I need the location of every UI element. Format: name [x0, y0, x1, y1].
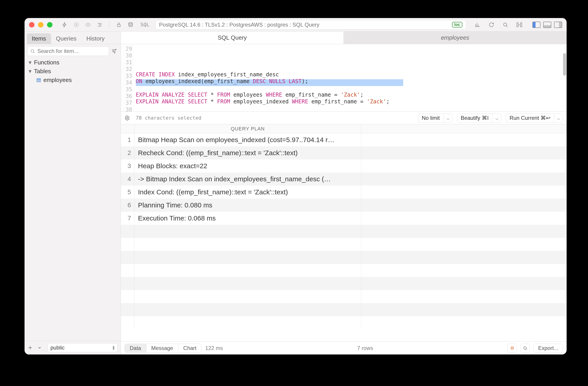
indent-icon[interactable]: [96, 21, 104, 29]
bolt-icon[interactable]: [61, 21, 69, 29]
run-dropdown[interactable]: ⌵: [554, 113, 563, 123]
sidebar-tab-history[interactable]: History: [82, 33, 110, 44]
table-row[interactable]: 3 Heap Blocks: exact=22: [121, 159, 567, 172]
run-button[interactable]: Run Current ⌘↩: [506, 113, 554, 123]
editor-code[interactable]: CREATE INDEX index_employees_first_name_…: [134, 44, 567, 111]
pin-button[interactable]: [507, 344, 517, 353]
minimize-window-button[interactable]: [38, 22, 43, 27]
table-row: [121, 225, 567, 238]
table-row[interactable]: 1Bitmap Heap Scan on employees_indexed (…: [121, 133, 567, 146]
beautify-label: Beautify ⌘I: [461, 115, 489, 121]
lock-icon[interactable]: [115, 21, 123, 29]
app-window: SQL PostgreSQL 14.6 : TLSv1.2 : Postgres…: [24, 18, 567, 354]
results-column-header[interactable]: QUERY PLAN: [134, 124, 361, 133]
svg-point-3: [129, 22, 132, 24]
results-search-button[interactable]: [521, 344, 530, 353]
schema-value: public: [50, 344, 65, 351]
tree-label: employees: [43, 77, 72, 84]
svg-rect-11: [37, 78, 41, 82]
table-row[interactable]: 5 Index Cond: ((emp_first_name)::text = …: [121, 186, 567, 199]
filter-icon[interactable]: [111, 48, 118, 54]
editor-footer: 78 characters selected No limit ⌵ Beauti…: [121, 112, 567, 124]
search-icon: [30, 49, 35, 54]
panel-right-toggle[interactable]: [554, 21, 562, 28]
search-icon[interactable]: [501, 21, 509, 29]
table-icon: [36, 78, 41, 83]
export-button[interactable]: Export...: [533, 344, 563, 353]
sidebar-search-input[interactable]: [37, 48, 106, 54]
table-row[interactable]: 2 Recheck Cond: ((emp_first_name)::text …: [121, 146, 567, 159]
svg-point-7: [31, 49, 34, 52]
svg-point-8: [115, 49, 116, 50]
table-row: [121, 277, 567, 290]
sidebar-bottom: public ▴▾: [24, 341, 121, 354]
main-tabs: SQL Query employees: [121, 32, 567, 44]
loc-badge: loc: [452, 22, 462, 27]
zoom-window-button[interactable]: [47, 22, 52, 27]
gear-icon[interactable]: [125, 115, 131, 121]
beautify-dropdown[interactable]: ⌵: [492, 113, 501, 123]
tree-table-employees[interactable]: employees: [26, 76, 119, 85]
cancel-icon: [72, 21, 80, 29]
tree-label: Tables: [34, 68, 51, 75]
chevron-down-icon: ⌵: [495, 115, 498, 121]
svg-point-12: [126, 117, 128, 119]
sidebar-tab-items[interactable]: Items: [27, 33, 51, 44]
tab-sql-query[interactable]: SQL Query: [121, 32, 344, 44]
svg-point-4: [504, 23, 507, 26]
table-row: [121, 303, 567, 316]
sidebar-tab-queries[interactable]: Queries: [51, 33, 82, 44]
beautify-button[interactable]: Beautify ⌘I: [457, 113, 492, 123]
limit-select[interactable]: No limit: [418, 113, 443, 123]
svg-rect-5: [517, 23, 518, 27]
bottom-bar: Data Message Chart 122 ms 7 rows Export.…: [121, 342, 567, 354]
svg-point-1: [87, 24, 89, 25]
refresh-icon[interactable]: [487, 21, 496, 29]
chevron-down-icon: ⌵: [557, 115, 560, 121]
elapsed-label: 122 ms: [205, 345, 223, 351]
table-row[interactable]: 7Execution Time: 0.068 ms: [121, 212, 567, 225]
schema-select[interactable]: public ▴▾: [47, 343, 118, 352]
table-row[interactable]: 4 -> Bitmap Index Scan on index_employee…: [121, 172, 567, 186]
sidebar: Items Queries History ▾ Functions: [24, 32, 121, 354]
results-body[interactable]: 1Bitmap Heap Scan on employees_indexed (…: [121, 133, 567, 342]
rows-label: 7 rows: [227, 345, 504, 351]
panel-bottom-toggle[interactable]: [543, 21, 551, 28]
more-button[interactable]: [38, 346, 44, 350]
chart-icon[interactable]: [473, 21, 482, 29]
titlebar: SQL PostgreSQL 14.6 : TLSv1.2 : Postgres…: [24, 18, 567, 32]
close-window-button[interactable]: [29, 22, 34, 27]
results-empty-header: [361, 124, 567, 133]
sidebar-search[interactable]: [27, 46, 109, 56]
table-row[interactable]: 6Planning Time: 0.080 ms: [121, 199, 567, 212]
results-panel: QUERY PLAN 1Bitmap Heap Scan on employee…: [121, 124, 567, 342]
results-header: QUERY PLAN: [121, 124, 567, 133]
table-row: [121, 238, 567, 251]
svg-point-13: [524, 347, 526, 349]
tab-employees[interactable]: employees: [344, 32, 567, 44]
export-label: Export...: [538, 345, 558, 351]
tree-functions[interactable]: ▾ Functions: [26, 58, 119, 67]
sidebar-tabs: Items Queries History: [24, 32, 121, 44]
add-button[interactable]: [28, 345, 34, 350]
tree-tables[interactable]: ▾ Tables: [26, 67, 119, 76]
panel-left-toggle[interactable]: [532, 21, 541, 28]
columns-icon[interactable]: [515, 21, 523, 29]
database-icon[interactable]: [126, 21, 135, 29]
limit-dropdown[interactable]: ⌵: [443, 113, 452, 123]
titlebar-right-tools: [473, 21, 562, 29]
seg-chart[interactable]: Chart: [178, 344, 202, 352]
connection-pill[interactable]: PostgreSQL 14.6 : TLSv1.2 : PostgresAWS …: [155, 20, 466, 29]
svg-point-10: [114, 52, 115, 53]
connection-text: PostgreSQL 14.6 : TLSv1.2 : PostgresAWS …: [159, 21, 319, 28]
editor-gutter: 29303132333435363738: [121, 44, 134, 111]
seg-data[interactable]: Data: [125, 344, 146, 352]
window-controls: [29, 22, 52, 27]
sql-editor[interactable]: 29303132333435363738 CREATE INDEX index_…: [121, 44, 567, 112]
svg-point-9: [113, 51, 114, 52]
eye-icon: [84, 21, 92, 29]
main: SQL Query employees 29303132333435363738…: [121, 32, 567, 354]
run-label: Run Current ⌘↩: [510, 115, 550, 121]
chevron-down-icon: ⌵: [446, 115, 450, 121]
seg-message[interactable]: Message: [146, 344, 178, 352]
